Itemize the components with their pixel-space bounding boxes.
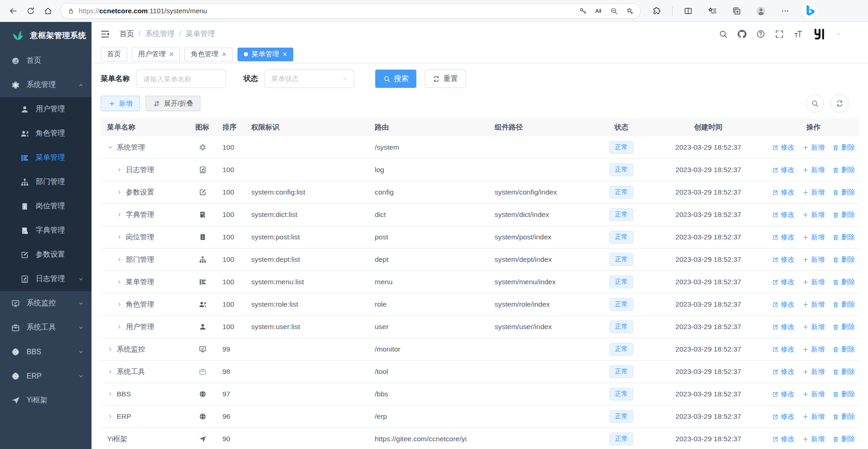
bing-icon[interactable] <box>801 3 818 19</box>
row-delete-link[interactable]: 删除 <box>832 323 855 331</box>
row-delete-link[interactable]: 删除 <box>832 300 855 309</box>
tree-expand-icon[interactable] <box>116 279 123 285</box>
row-edit-link[interactable]: 修改 <box>772 323 795 331</box>
refresh-table-button[interactable] <box>830 94 849 113</box>
row-edit-link[interactable]: 修改 <box>772 233 795 242</box>
sidebar-item-user[interactable]: 用户管理 <box>0 97 92 121</box>
browser-reload-button[interactable] <box>22 3 39 19</box>
row-edit-link[interactable]: 修改 <box>772 300 795 309</box>
row-add-link[interactable]: 新增 <box>802 390 825 399</box>
tab-1[interactable]: 用户管理 <box>132 48 180 61</box>
sidebar-item-menu[interactable]: 菜单管理 <box>0 146 92 170</box>
tree-expand-icon[interactable] <box>107 346 113 352</box>
row-edit-link[interactable]: 修改 <box>772 143 795 152</box>
font-size-icon[interactable] <box>793 29 803 39</box>
row-add-link[interactable]: 新增 <box>802 345 825 354</box>
breadcrumb-home[interactable]: 首页 <box>119 29 134 39</box>
tree-collapse-icon[interactable] <box>107 144 113 151</box>
sidebar-item-log[interactable]: 日志管理 <box>0 267 92 291</box>
row-delete-link[interactable]: 删除 <box>832 390 855 399</box>
tree-expand-icon[interactable] <box>107 368 113 375</box>
reset-button[interactable]: 重置 <box>425 70 466 88</box>
browser-back-button[interactable] <box>5 3 22 19</box>
tree-expand-icon[interactable] <box>116 256 123 263</box>
row-edit-link[interactable]: 修改 <box>772 211 795 219</box>
tree-expand-icon[interactable] <box>107 413 113 420</box>
sidebar-item-config[interactable]: 参数设置 <box>0 243 92 267</box>
tree-expand-icon[interactable] <box>116 234 123 240</box>
tab-0[interactable]: 首页 <box>101 48 127 61</box>
row-add-link[interactable]: 新增 <box>802 368 825 376</box>
tab-close-icon[interactable] <box>283 51 287 58</box>
row-edit-link[interactable]: 修改 <box>772 390 795 399</box>
split-screen-icon[interactable] <box>679 3 697 19</box>
breadcrumb-menu[interactable]: 菜单管理 <box>186 29 215 39</box>
collections-icon[interactable] <box>728 3 745 19</box>
sidebar-item-post[interactable]: 岗位管理 <box>0 194 92 218</box>
row-edit-link[interactable]: 修改 <box>772 368 795 376</box>
sidebar-item-monitor[interactable]: 系统监控 <box>0 291 92 315</box>
sidebar-item-role[interactable]: 角色管理 <box>0 121 92 146</box>
sidebar-item-tool[interactable]: 系统工具 <box>0 315 92 340</box>
tree-expand-icon[interactable] <box>116 301 123 308</box>
row-delete-link[interactable]: 删除 <box>832 435 855 444</box>
row-add-link[interactable]: 新增 <box>802 323 825 331</box>
fullscreen-icon[interactable] <box>775 29 784 39</box>
sidebar-item-system[interactable]: 系统管理 <box>0 73 92 97</box>
row-delete-link[interactable]: 删除 <box>832 255 855 264</box>
row-delete-link[interactable]: 删除 <box>832 278 855 287</box>
address-bar[interactable]: https://ccnetcore.com:1101/system/menu <box>60 3 641 19</box>
row-edit-link[interactable]: 修改 <box>772 435 795 444</box>
user-avatar[interactable] <box>812 27 826 41</box>
row-edit-link[interactable]: 修改 <box>772 412 795 421</box>
help-icon[interactable] <box>756 29 766 39</box>
row-delete-link[interactable]: 删除 <box>832 211 855 219</box>
github-icon[interactable] <box>737 29 747 39</box>
sidebar-item-dept[interactable]: 部门管理 <box>0 170 92 194</box>
row-add-link[interactable]: 新增 <box>802 255 825 264</box>
row-edit-link[interactable]: 修改 <box>772 345 795 354</box>
add-button[interactable]: 新增 <box>101 96 140 111</box>
sidebar-item-yi[interactable]: Yi框架 <box>0 388 92 412</box>
browser-profile-avatar[interactable] <box>752 3 770 19</box>
browser-menu-dots-icon[interactable] <box>776 3 794 19</box>
collapse-sidebar-icon[interactable] <box>100 29 110 39</box>
row-add-link[interactable]: 新增 <box>802 435 825 444</box>
add-favorite-icon[interactable] <box>625 7 634 15</box>
search-icon[interactable] <box>718 29 728 39</box>
row-delete-link[interactable]: 删除 <box>832 233 855 242</box>
row-delete-link[interactable]: 删除 <box>832 166 855 174</box>
extensions-icon[interactable] <box>648 3 665 19</box>
row-add-link[interactable]: 新增 <box>802 412 825 421</box>
status-select[interactable]: 菜单状态 <box>264 70 354 88</box>
favorites-bar-icon[interactable] <box>704 3 721 19</box>
tree-expand-icon[interactable] <box>116 189 123 195</box>
row-delete-link[interactable]: 删除 <box>832 368 855 376</box>
row-edit-link[interactable]: 修改 <box>772 188 795 197</box>
row-delete-link[interactable]: 删除 <box>832 345 855 354</box>
breadcrumb-system[interactable]: 系统管理 <box>145 29 174 39</box>
tab-3[interactable]: 菜单管理 <box>237 48 293 61</box>
chevron-down-icon[interactable] <box>836 31 841 37</box>
row-add-link[interactable]: 新增 <box>802 278 825 287</box>
row-add-link[interactable]: 新增 <box>802 300 825 309</box>
zoom-out-icon[interactable] <box>610 7 618 15</box>
tab-close-icon[interactable] <box>169 51 173 58</box>
row-add-link[interactable]: 新增 <box>802 166 825 174</box>
read-aloud-icon[interactable] <box>594 7 603 15</box>
row-edit-link[interactable]: 修改 <box>772 166 795 174</box>
password-key-icon[interactable] <box>579 7 587 15</box>
sidebar-item-home[interactable]: 首页 <box>0 49 92 73</box>
browser-home-button[interactable] <box>39 3 57 19</box>
sidebar-item-dict[interactable]: 字典管理 <box>0 218 92 243</box>
tree-expand-icon[interactable] <box>107 391 113 397</box>
menu-name-input[interactable] <box>136 70 226 88</box>
tree-expand-icon[interactable] <box>116 211 123 218</box>
row-delete-link[interactable]: 删除 <box>832 412 855 421</box>
sidebar-item-erp[interactable]: ERP <box>0 364 92 388</box>
row-edit-link[interactable]: 修改 <box>772 255 795 264</box>
search-button[interactable]: 搜索 <box>375 70 416 88</box>
row-add-link[interactable]: 新增 <box>802 211 825 219</box>
row-edit-link[interactable]: 修改 <box>772 278 795 287</box>
sidebar-item-bbs[interactable]: BBS <box>0 340 92 364</box>
